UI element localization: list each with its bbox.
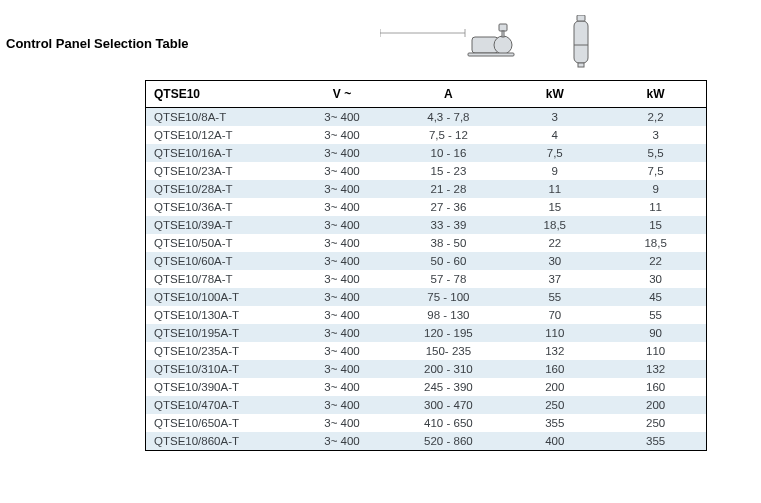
cell-kw1: 11 xyxy=(504,180,605,198)
cell-kw1: 7,5 xyxy=(504,144,605,162)
table-row: QTSE10/390A-T3~ 400245 - 390200160 xyxy=(146,378,706,396)
cell-voltage: 3~ 400 xyxy=(292,360,393,378)
cell-kw2: 11 xyxy=(605,198,706,216)
header-icons xyxy=(380,15,680,70)
table-row: QTSE10/860A-T3~ 400520 - 860400355 xyxy=(146,432,706,450)
table-row: QTSE10/12A-T3~ 4007,5 - 1243 xyxy=(146,126,706,144)
cell-kw1: 250 xyxy=(504,396,605,414)
cell-voltage: 3~ 400 xyxy=(292,342,393,360)
table-row: QTSE10/23A-T3~ 40015 - 2397,5 xyxy=(146,162,706,180)
table-row: QTSE10/235A-T3~ 400150- 235132110 xyxy=(146,342,706,360)
table-row: QTSE10/8A-T3~ 4004,3 - 7,832,2 xyxy=(146,108,706,127)
cell-kw1: 9 xyxy=(504,162,605,180)
cell-kw1: 200 xyxy=(504,378,605,396)
horizontal-pump-icon xyxy=(468,24,514,56)
table-row: QTSE10/78A-T3~ 40057 - 783730 xyxy=(146,270,706,288)
cell-amps: 150- 235 xyxy=(392,342,504,360)
cell-kw2: 15 xyxy=(605,216,706,234)
cell-amps: 300 - 470 xyxy=(392,396,504,414)
cell-kw1: 18,5 xyxy=(504,216,605,234)
table-row: QTSE10/470A-T3~ 400300 - 470250200 xyxy=(146,396,706,414)
svg-rect-5 xyxy=(499,24,507,31)
table-row: QTSE10/100A-T3~ 40075 - 1005545 xyxy=(146,288,706,306)
cell-amps: 38 - 50 xyxy=(392,234,504,252)
submersible-pump-icon xyxy=(574,15,588,67)
cell-kw2: 18,5 xyxy=(605,234,706,252)
cell-kw1: 110 xyxy=(504,324,605,342)
cell-kw1: 4 xyxy=(504,126,605,144)
cell-amps: 15 - 23 xyxy=(392,162,504,180)
cell-voltage: 3~ 400 xyxy=(292,396,393,414)
cell-kw2: 5,5 xyxy=(605,144,706,162)
cell-kw2: 250 xyxy=(605,414,706,432)
svg-rect-7 xyxy=(468,53,514,56)
cell-voltage: 3~ 400 xyxy=(292,270,393,288)
cell-kw2: 22 xyxy=(605,252,706,270)
cell-kw1: 22 xyxy=(504,234,605,252)
cell-kw2: 3 xyxy=(605,126,706,144)
cell-kw1: 55 xyxy=(504,288,605,306)
cell-model: QTSE10/130A-T xyxy=(146,306,292,324)
cell-kw2: 132 xyxy=(605,360,706,378)
table-body: QTSE10/8A-T3~ 4004,3 - 7,832,2QTSE10/12A… xyxy=(146,108,706,451)
cell-voltage: 3~ 400 xyxy=(292,144,393,162)
table-row: QTSE10/650A-T3~ 400410 - 650355250 xyxy=(146,414,706,432)
cell-model: QTSE10/36A-T xyxy=(146,198,292,216)
cell-model: QTSE10/50A-T xyxy=(146,234,292,252)
cell-voltage: 3~ 400 xyxy=(292,234,393,252)
cell-amps: 98 - 130 xyxy=(392,306,504,324)
svg-point-4 xyxy=(494,36,512,54)
cell-kw2: 160 xyxy=(605,378,706,396)
cell-kw2: 9 xyxy=(605,180,706,198)
header-kw1: kW xyxy=(504,81,605,108)
cell-kw2: 2,2 xyxy=(605,108,706,127)
table-row: QTSE10/36A-T3~ 40027 - 361511 xyxy=(146,198,706,216)
cell-kw1: 3 xyxy=(504,108,605,127)
cell-voltage: 3~ 400 xyxy=(292,216,393,234)
cell-kw2: 45 xyxy=(605,288,706,306)
cell-kw1: 355 xyxy=(504,414,605,432)
cell-voltage: 3~ 400 xyxy=(292,288,393,306)
cell-amps: 245 - 390 xyxy=(392,378,504,396)
cell-amps: 4,3 - 7,8 xyxy=(392,108,504,127)
cell-amps: 75 - 100 xyxy=(392,288,504,306)
cell-voltage: 3~ 400 xyxy=(292,414,393,432)
cell-kw2: 55 xyxy=(605,306,706,324)
table-row: QTSE10/16A-T3~ 40010 - 167,55,5 xyxy=(146,144,706,162)
cell-kw2: 200 xyxy=(605,396,706,414)
table-row: QTSE10/50A-T3~ 40038 - 502218,5 xyxy=(146,234,706,252)
table-row: QTSE10/39A-T3~ 40033 - 3918,515 xyxy=(146,216,706,234)
cell-voltage: 3~ 400 xyxy=(292,126,393,144)
cell-model: QTSE10/650A-T xyxy=(146,414,292,432)
cell-voltage: 3~ 400 xyxy=(292,180,393,198)
cell-kw1: 70 xyxy=(504,306,605,324)
cell-kw1: 30 xyxy=(504,252,605,270)
cell-voltage: 3~ 400 xyxy=(292,198,393,216)
table-row: QTSE10/310A-T3~ 400200 - 310160132 xyxy=(146,360,706,378)
cell-kw2: 30 xyxy=(605,270,706,288)
cell-amps: 33 - 39 xyxy=(392,216,504,234)
svg-rect-6 xyxy=(502,31,504,37)
cell-model: QTSE10/78A-T xyxy=(146,270,292,288)
cell-amps: 57 - 78 xyxy=(392,270,504,288)
cell-amps: 10 - 16 xyxy=(392,144,504,162)
header-kw2: kW xyxy=(605,81,706,108)
cell-amps: 410 - 650 xyxy=(392,414,504,432)
svg-rect-9 xyxy=(577,15,585,21)
cell-model: QTSE10/390A-T xyxy=(146,378,292,396)
cell-model: QTSE10/16A-T xyxy=(146,144,292,162)
cell-kw2: 355 xyxy=(605,432,706,450)
svg-rect-11 xyxy=(578,63,584,67)
cell-amps: 120 - 195 xyxy=(392,324,504,342)
cell-amps: 50 - 60 xyxy=(392,252,504,270)
cell-model: QTSE10/195A-T xyxy=(146,324,292,342)
cell-model: QTSE10/8A-T xyxy=(146,108,292,127)
cell-amps: 520 - 860 xyxy=(392,432,504,450)
cell-amps: 21 - 28 xyxy=(392,180,504,198)
cell-amps: 200 - 310 xyxy=(392,360,504,378)
cell-kw1: 15 xyxy=(504,198,605,216)
cell-amps: 27 - 36 xyxy=(392,198,504,216)
cell-model: QTSE10/39A-T xyxy=(146,216,292,234)
cell-kw1: 37 xyxy=(504,270,605,288)
table-row: QTSE10/60A-T3~ 40050 - 603022 xyxy=(146,252,706,270)
